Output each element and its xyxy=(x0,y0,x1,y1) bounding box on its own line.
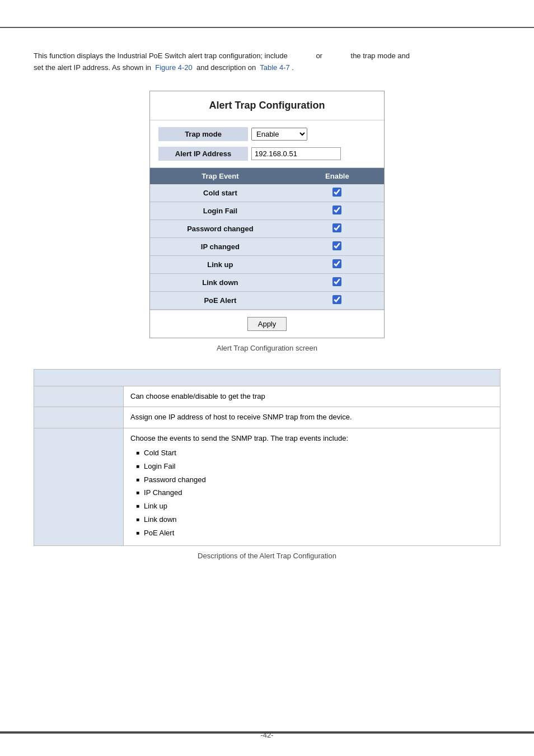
desc-table-row: Assign one IP address of host to receive… xyxy=(34,407,500,428)
trap-event-checkbox[interactable] xyxy=(332,206,341,214)
desc-content: Can choose enable/disable to get the tra… xyxy=(130,391,493,403)
trap-event-checkbox-cell xyxy=(291,220,384,237)
intro-paragraph: This function displays the Industrial Po… xyxy=(34,50,500,74)
trap-event-row: Cold start xyxy=(150,184,384,202)
apply-row: Apply xyxy=(150,310,384,338)
trap-event-row: PoE Alert xyxy=(150,291,384,309)
desc-list-item: Login Fail xyxy=(136,461,493,473)
trap-event-checkbox[interactable] xyxy=(332,188,341,197)
trap-event-row: Password changed xyxy=(150,220,384,237)
apply-button[interactable]: Apply xyxy=(247,317,287,331)
desc-table-row: Can choose enable/disable to get the tra… xyxy=(34,386,500,407)
trap-event-checkbox-cell xyxy=(291,291,384,309)
trap-event-checkbox-cell xyxy=(291,255,384,273)
desc-left-cell xyxy=(34,386,124,407)
col-enable: Enable xyxy=(291,168,384,184)
desc-list-item: Password changed xyxy=(136,474,493,486)
trap-event-label: Login Fail xyxy=(150,202,291,220)
intro-text-6: . xyxy=(292,63,294,72)
alert-ip-row: Alert IP Address xyxy=(158,146,376,162)
trap-event-checkbox[interactable] xyxy=(332,277,341,286)
table-link[interactable]: Table 4-7 xyxy=(260,63,289,72)
trap-table-header-row: Trap Event Enable xyxy=(150,168,384,184)
config-caption: Alert Trap Configuration screen xyxy=(34,344,500,352)
trap-event-label: Link down xyxy=(150,273,291,291)
trap-event-row: Link down xyxy=(150,273,384,291)
desc-left-cell xyxy=(34,428,124,545)
desc-caption: Descriptions of the Alert Trap Configura… xyxy=(34,552,500,560)
desc-list-item: Link up xyxy=(136,501,493,512)
trap-event-label: Link up xyxy=(150,255,291,273)
intro-text-5: and description on xyxy=(196,63,256,72)
trap-event-checkbox[interactable] xyxy=(332,223,341,232)
trap-event-row: Login Fail xyxy=(150,202,384,220)
trap-event-checkbox[interactable] xyxy=(332,259,341,268)
trap-event-checkbox[interactable] xyxy=(332,295,341,304)
trap-event-label: Cold start xyxy=(150,184,291,202)
trap-event-row: IP changed xyxy=(150,237,384,255)
desc-table-header xyxy=(34,369,500,386)
page-number: -42- xyxy=(0,722,534,748)
intro-text-3: the trap mode and xyxy=(351,52,410,60)
intro-text-4: set the alert IP address. As shown in xyxy=(34,63,151,72)
trap-event-checkbox-cell xyxy=(291,184,384,202)
trap-event-row: Link up xyxy=(150,255,384,273)
desc-right-cell: Choose the events to send the SNMP trap.… xyxy=(124,428,500,545)
trap-mode-row: Trap mode Enable Disable xyxy=(158,126,376,142)
figure-link[interactable]: Figure 4-20 xyxy=(155,63,192,72)
description-table: Can choose enable/disable to get the tra… xyxy=(34,369,500,546)
config-top-fields: Trap mode Enable Disable Alert IP Addres… xyxy=(150,120,384,168)
desc-list-item: Cold Start xyxy=(136,447,493,459)
desc-content: Assign one IP address of host to receive… xyxy=(130,412,493,423)
trap-mode-select[interactable]: Enable Disable xyxy=(251,128,307,141)
trap-event-checkbox-cell xyxy=(291,202,384,220)
col-event: Trap Event xyxy=(150,168,291,184)
intro-text-1: This function displays the Industrial Po… xyxy=(34,52,288,60)
trap-event-label: IP changed xyxy=(150,237,291,255)
alert-ip-value xyxy=(248,146,376,162)
trap-event-label: PoE Alert xyxy=(150,291,291,309)
trap-event-label: Password changed xyxy=(150,220,291,237)
alert-ip-label: Alert IP Address xyxy=(158,147,248,161)
alert-trap-config-box: Alert Trap Configuration Trap mode Enabl… xyxy=(149,91,385,338)
trap-event-checkbox-cell xyxy=(291,273,384,291)
desc-list-item: PoE Alert xyxy=(136,528,493,539)
alert-ip-input[interactable] xyxy=(251,147,341,160)
page-header xyxy=(0,0,534,28)
desc-content: Choose the events to send the SNMP trap.… xyxy=(130,433,493,445)
intro-text-or: or xyxy=(316,52,322,60)
desc-left-cell xyxy=(34,407,124,428)
desc-right-cell: Can choose enable/disable to get the tra… xyxy=(124,386,500,407)
desc-right-cell: Assign one IP address of host to receive… xyxy=(124,407,500,428)
desc-list-item: Link down xyxy=(136,514,493,526)
trap-event-checkbox-cell xyxy=(291,237,384,255)
desc-table-row: Choose the events to send the SNMP trap.… xyxy=(34,428,500,545)
trap-mode-label: Trap mode xyxy=(158,127,248,141)
trap-mode-value: Enable Disable xyxy=(248,126,376,142)
config-title: Alert Trap Configuration xyxy=(150,91,384,120)
desc-list-item: IP Changed xyxy=(136,487,493,499)
trap-event-checkbox[interactable] xyxy=(332,241,341,250)
trap-event-table: Trap Event Enable Cold startLogin FailPa… xyxy=(150,168,384,310)
